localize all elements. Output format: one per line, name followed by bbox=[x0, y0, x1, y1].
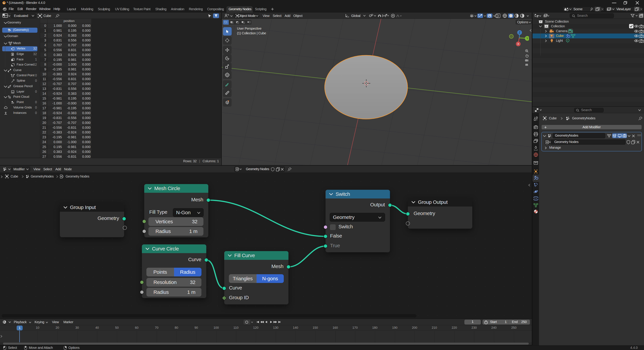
svg-text:Y: Y bbox=[526, 37, 528, 40]
svg-text:X: X bbox=[517, 42, 519, 46]
svg-text:Z: Z bbox=[519, 31, 520, 34]
